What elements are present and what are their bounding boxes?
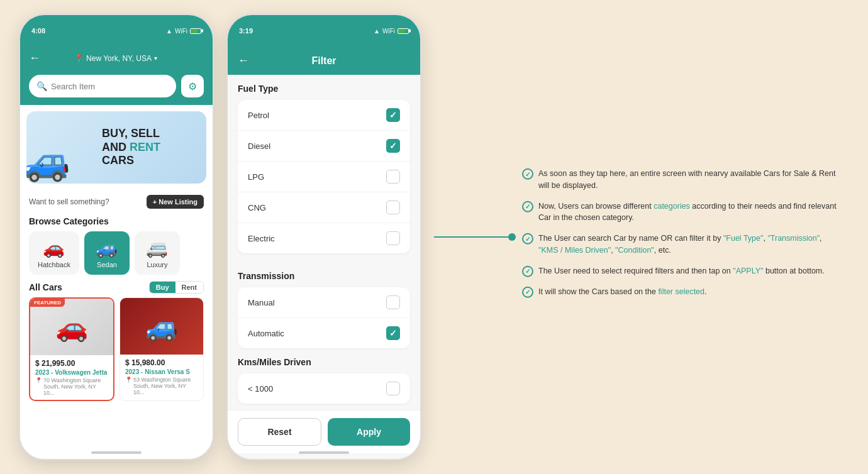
apply-button[interactable]: Apply xyxy=(328,418,410,446)
car-card-1[interactable]: FEATURED 🚗 $ 21,995.00 2023 - Volkswagen… xyxy=(29,297,114,401)
car-info-2: $ 15,980.00 2023 - Nissan Versa S 📍 53 W… xyxy=(120,355,203,399)
manual-label: Manual xyxy=(248,298,275,307)
banner-title: BUY, SELL AND RENT CARS xyxy=(102,127,160,168)
location-pin-small-icon: 📍 xyxy=(35,377,42,383)
car-icon-1: 🚗 xyxy=(55,312,88,343)
car-name-2: 2023 - Nissan Versa S xyxy=(125,368,198,375)
annotation-text-3: The User can search Car by name OR can f… xyxy=(538,233,837,256)
featured-badge: FEATURED xyxy=(30,299,65,307)
annotation-box: As soon as they tap here, an entire scre… xyxy=(522,168,837,307)
annotation-4: The User need to select required filters… xyxy=(522,265,837,277)
category-label-luxury: Luxury xyxy=(147,261,167,268)
annotation-3: The User can search Car by name OR can f… xyxy=(522,233,837,256)
filter-title: Filter xyxy=(257,55,391,67)
automatic-label: Automatic xyxy=(248,329,284,338)
reset-button[interactable]: Reset xyxy=(238,418,321,446)
kms-card: < 1000 xyxy=(238,373,410,404)
search-bar-area: 🔍 ⚙ xyxy=(20,70,213,105)
categories-row: 🚗 Hatchback 🚙 Sedan 🚐 Luxury xyxy=(20,231,213,275)
battery-icon-2 xyxy=(398,28,409,34)
status-time-2: 3:19 xyxy=(239,27,253,35)
annotation-text-2: Now, Users can browse different categori… xyxy=(538,200,837,224)
sell-section: Want to sell something? + New Listing xyxy=(20,190,213,214)
phone-2: 3:19 ▲ WiFi ← Filter Fuel Type Petrol ✓ xyxy=(226,14,421,460)
check-circle-4 xyxy=(522,265,533,277)
car-price-1: $ 21,995.00 xyxy=(35,359,108,368)
search-icon: 🔍 xyxy=(36,81,47,91)
location-pin-small-icon-2: 📍 xyxy=(125,377,132,383)
filter-button[interactable]: ⚙ xyxy=(181,75,204,97)
automatic-checkbox[interactable]: ✓ xyxy=(386,326,400,340)
phone-1: 4:08 ▲ WiFi ← 📍 New York, NY, USA ▾ 🔍 xyxy=(19,14,214,460)
car-name-1: 2023 - Volkswagen Jetta xyxy=(35,369,108,376)
annotation-1: As soon as they tap here, an entire scre… xyxy=(522,168,837,192)
check-circle-1 xyxy=(522,168,533,180)
lpg-checkbox[interactable] xyxy=(386,170,400,184)
search-input-wrap[interactable]: 🔍 xyxy=(29,75,176,97)
category-sedan[interactable]: 🚙 Sedan xyxy=(84,231,130,275)
petrol-checkbox[interactable]: ✓ xyxy=(386,108,400,122)
annotation-area: As soon as they tap here, an entire scre… xyxy=(434,14,849,460)
fuel-type-title: Fuel Type xyxy=(238,84,410,94)
fuel-type-section: Fuel Type Petrol ✓ Diesel ✓ LPG xyxy=(228,75,420,253)
category-luxury[interactable]: 🚐 Luxury xyxy=(135,231,180,275)
all-cars-title: All Cars xyxy=(29,282,62,292)
filter-row-diesel[interactable]: Diesel ✓ xyxy=(238,131,410,162)
annotation-text-1: As soon as they tap here, an entire scre… xyxy=(538,168,837,192)
status-icons-1: ▲ WiFi xyxy=(166,28,201,35)
lpg-label: LPG xyxy=(248,172,264,182)
location-pin-icon: 📍 xyxy=(74,54,84,63)
car-price-2: $ 15,980.00 xyxy=(125,358,198,367)
annotation-2: Now, Users can browse different categori… xyxy=(522,200,837,224)
car-image-2: 🚙 xyxy=(120,298,203,355)
back-arrow[interactable]: ← xyxy=(29,52,40,65)
cars-row: FEATURED 🚗 $ 21,995.00 2023 - Volkswagen… xyxy=(20,297,213,401)
hatchback-icon: 🚗 xyxy=(43,238,65,258)
category-label-hatchback: Hatchback xyxy=(38,261,70,268)
kms-1000-checkbox[interactable] xyxy=(386,382,400,395)
filter-back-button[interactable]: ← xyxy=(238,54,249,67)
filter-row-manual[interactable]: Manual xyxy=(238,287,410,318)
buy-toggle-button[interactable]: Buy xyxy=(150,282,175,293)
filter-row-electric[interactable]: Electric xyxy=(238,223,410,253)
kms-section: Kms/Miles Driven < 1000 xyxy=(228,357,420,404)
filter-row-automatic[interactable]: Automatic ✓ xyxy=(238,318,410,348)
cng-label: CNG xyxy=(248,203,266,212)
fuel-type-card: Petrol ✓ Diesel ✓ LPG CNG xyxy=(238,100,410,253)
annotation-text-5: It will show the Cars based on the filte… xyxy=(538,285,707,297)
phone1-content: ← 📍 New York, NY, USA ▾ 🔍 ⚙ 🚙 BUY, xyxy=(20,47,213,460)
chevron-down-icon: ▾ xyxy=(154,55,157,62)
rent-toggle-button[interactable]: Rent xyxy=(175,282,203,293)
luxury-icon: 🚐 xyxy=(146,238,168,258)
diesel-label: Diesel xyxy=(248,141,270,151)
browse-categories-title: Browse Categories xyxy=(20,214,213,231)
car-location-1: 📍 70 Washington Square South, New York, … xyxy=(35,377,108,396)
all-cars-header: All Cars Buy Rent xyxy=(20,275,213,297)
location-selector[interactable]: 📍 New York, NY, USA ▾ xyxy=(74,54,157,63)
search-input[interactable] xyxy=(51,82,169,91)
car-image-1: FEATURED 🚗 xyxy=(30,299,113,355)
status-time-1: 4:08 xyxy=(31,27,45,35)
filter-header: ← Filter xyxy=(228,47,420,75)
connector-line xyxy=(434,236,509,238)
new-listing-button[interactable]: + New Listing xyxy=(147,195,204,209)
car-card-2[interactable]: 🚙 $ 15,980.00 2023 - Nissan Versa S 📍 53… xyxy=(120,297,204,401)
filter-row-petrol[interactable]: Petrol ✓ xyxy=(238,100,410,131)
annotation-5: It will show the Cars based on the filte… xyxy=(522,285,837,297)
diesel-checkbox[interactable]: ✓ xyxy=(386,139,400,153)
electric-checkbox[interactable] xyxy=(386,231,400,245)
manual-checkbox[interactable] xyxy=(386,295,400,309)
category-hatchback[interactable]: 🚗 Hatchback xyxy=(29,231,79,275)
category-label-sedan: Sedan xyxy=(97,261,117,268)
petrol-label: Petrol xyxy=(248,111,269,120)
cng-checkbox[interactable] xyxy=(386,201,400,214)
kms-row-1000[interactable]: < 1000 xyxy=(238,373,410,404)
status-bar-2: 3:19 ▲ WiFi xyxy=(228,15,420,47)
filter-row-lpg[interactable]: LPG xyxy=(238,162,410,192)
car-location-2: 📍 53 Washington Square South, New York, … xyxy=(125,377,198,395)
filter-row-cng[interactable]: CNG xyxy=(238,192,410,223)
banner: 🚙 BUY, SELL AND RENT CARS xyxy=(26,111,206,184)
transmission-section: Transmission Manual Automatic ✓ xyxy=(228,262,420,348)
sedan-icon: 🚙 xyxy=(96,238,118,258)
car-icon-2: 🚙 xyxy=(145,311,178,342)
